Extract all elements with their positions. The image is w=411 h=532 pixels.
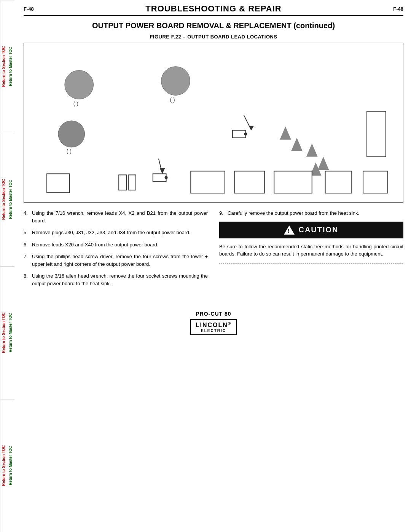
svg-rect-25 [234,171,265,193]
svg-point-23 [165,176,168,179]
return-section-toc-1[interactable]: Return to Section TOC [0,0,7,133]
svg-point-3 [161,67,190,96]
left-column: 4. Using the 7/16 wrench, remove leads X… [24,209,208,292]
side-nav-section-4: Return to Section TOC Return to Master T… [0,399,14,532]
caution-triangle-icon [284,225,295,235]
svg-text:( ): ( ) [170,97,175,103]
return-master-toc-1[interactable]: Return to Master TOC [7,0,14,133]
page-number-left: F-48 [24,6,34,12]
return-master-toc-4[interactable]: Return to Master TOC [7,399,14,532]
content-columns: 4. Using the 7/16 wrench, remove leads X… [24,209,403,292]
return-section-toc-2[interactable]: Return to Section TOC [0,133,7,266]
product-name: PRO-CUT 80 [24,311,403,317]
list-item: 4. Using the 7/16 wrench, remove leads X… [24,209,208,224]
figure-caption: FIGURE F.22 – OUTPUT BOARD LEAD LOCATION… [24,34,403,40]
svg-rect-16 [367,111,386,157]
svg-rect-28 [363,171,388,193]
steps-list-left: 4. Using the 7/16 wrench, remove leads X… [24,209,208,287]
caution-box: CAUTION [219,222,403,238]
svg-text:( ): ( ) [67,148,72,154]
return-master-toc-2[interactable]: Return to Master TOC [7,133,14,266]
svg-rect-27 [325,171,352,193]
diagram-container: ( ) ( ) ( ) [24,43,403,203]
svg-point-1 [65,70,94,99]
brand-name: LINCOLN [196,322,228,328]
list-item: 9. Carefully remove the output power boa… [219,209,403,217]
list-item: 7. Using the phillips head screw driver,… [24,253,208,268]
return-section-toc-3[interactable]: Return to Section TOC [0,267,7,399]
circuit-diagram: ( ) ( ) ( ) [24,43,403,202]
side-nav-section-3: Return to Section TOC Return to Master T… [0,266,14,399]
main-content: F-48 TROUBLESHOOTING & REPAIR F-48 OUTPU… [16,0,411,343]
brand-sub: ELECTRIC [196,329,231,333]
registered-mark: ® [228,321,231,326]
page-number-right: F-48 [393,6,403,12]
svg-rect-17 [47,174,70,193]
caution-body-text: Be sure to follow the recommended static… [219,243,403,258]
page-title: TROUBLESHOOTING & REPAIR [34,4,393,14]
list-item: 6. Remove leads X20 and X40 from the out… [24,241,208,249]
svg-rect-26 [274,171,312,193]
svg-rect-22 [153,174,166,181]
side-nav-section-1: Return to Section TOC Return to Master T… [0,0,14,133]
page-footer: PRO-CUT 80 LINCOLN® ELECTRIC [24,307,403,335]
lincoln-logo: LINCOLN® ELECTRIC [190,319,237,335]
svg-rect-9 [233,130,246,138]
list-item: 5. Remove plugs J30, J31, J32, J33, and … [24,229,208,236]
svg-text:( ): ( ) [73,101,78,107]
side-navigation: Return to Section TOC Return to Master T… [0,0,14,532]
caution-label: CAUTION [298,225,338,234]
list-item: 8. Using the 3/16 allen head wrench, rem… [24,272,208,287]
section-title: OUTPUT POWER BOARD REMOVAL & REPLACEMENT… [24,21,403,30]
svg-point-10 [244,133,247,136]
svg-point-5 [58,121,85,147]
return-section-toc-4[interactable]: Return to Section TOC [0,399,7,532]
svg-rect-24 [191,171,225,193]
page-header: F-48 TROUBLESHOOTING & REPAIR F-48 [24,4,403,16]
caution-divider [219,263,403,264]
right-column: 9. Carefully remove the output power boa… [219,209,403,292]
side-nav-section-2: Return to Section TOC Return to Master T… [0,133,14,266]
svg-rect-19 [128,175,136,190]
return-master-toc-3[interactable]: Return to Master TOC [7,267,14,399]
svg-rect-18 [119,175,126,190]
steps-list-right: 9. Carefully remove the output power boa… [219,209,403,217]
